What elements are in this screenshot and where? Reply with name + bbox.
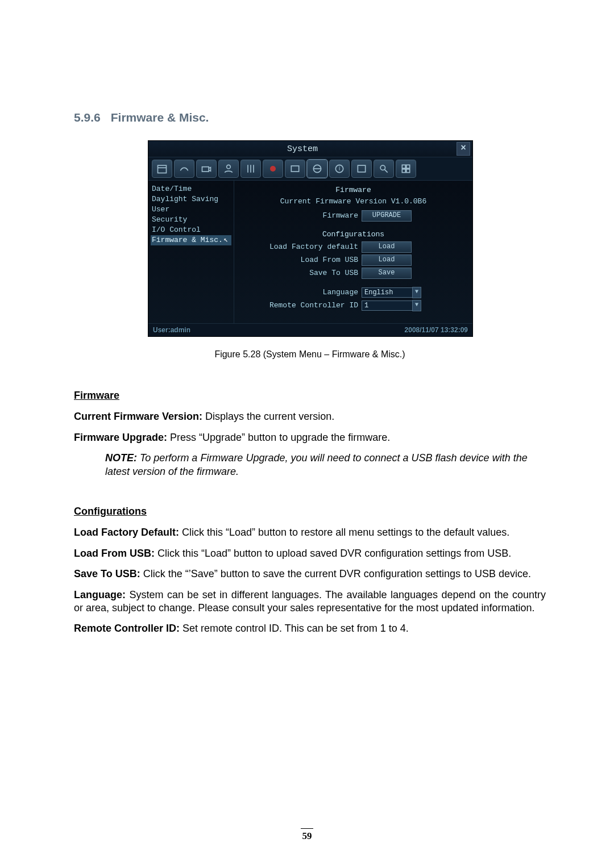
current-firmware-version: Current Firmware Version V1.0.0B6 xyxy=(239,197,468,207)
firmware-group-title: Firmware xyxy=(239,185,468,195)
settings-panel: Firmware Current Firmware Version V1.0.0… xyxy=(234,181,472,323)
svg-point-3 xyxy=(227,165,231,169)
remote-controller-id-label: Remote Controller ID xyxy=(239,301,362,311)
info-icon[interactable]: i xyxy=(329,160,350,178)
svg-rect-13 xyxy=(358,165,365,172)
schedule-icon[interactable] xyxy=(351,160,372,178)
load-from-usb-label: Load From USB xyxy=(239,255,362,265)
alarm-icon[interactable] xyxy=(285,160,305,178)
load-from-usb-paragraph: Load From USB: Click this “Load” button … xyxy=(74,547,546,560)
firmware-upgrade-paragraph: Firmware Upgrade: Press “Upgrade” button… xyxy=(74,431,546,444)
language-lead: Language: xyxy=(74,589,126,600)
save-to-usb-text: Click the “’Save” button to save the cur… xyxy=(140,568,531,579)
nav-security[interactable]: Security xyxy=(151,215,231,225)
svg-rect-0 xyxy=(158,165,167,173)
load-factory-default-label: Load Factory default xyxy=(239,242,362,252)
figure-caption: Figure 5.28 (System Menu – Firmware & Mi… xyxy=(74,349,546,360)
load-from-usb-text: Click this “Load” button to upload saved… xyxy=(155,548,511,559)
nav-firmware-misc[interactable]: Firmware & Misc. ↖ xyxy=(151,235,231,245)
svg-point-14 xyxy=(380,165,385,170)
language-paragraph: Language: System can be set in different… xyxy=(74,589,546,615)
save-to-usb-lead: Save To USB: xyxy=(74,568,140,579)
footer-rule xyxy=(301,828,313,829)
save-to-usb-button[interactable]: Save xyxy=(362,268,412,279)
firmware-heading: Firmware xyxy=(74,389,546,402)
remote-controller-id-lead: Remote Controller ID: xyxy=(74,623,180,634)
load-from-usb-lead: Load From USB: xyxy=(74,548,155,559)
load-factory-default-lead: Load Factory Default: xyxy=(74,527,179,538)
camera-icon[interactable] xyxy=(196,160,217,178)
load-factory-default-button[interactable]: Load xyxy=(362,241,412,253)
toolbar: i xyxy=(148,157,472,181)
current-firmware-version-text: Displays the current version. xyxy=(202,411,334,422)
chevron-down-icon[interactable]: ▼ xyxy=(412,287,421,298)
note-paragraph: NOTE: To perform a Firmware Upgrade, you… xyxy=(74,452,546,478)
configurations-heading: Configurations xyxy=(74,505,546,518)
svg-point-7 xyxy=(270,166,276,172)
svg-rect-19 xyxy=(406,169,410,173)
paint-icon[interactable] xyxy=(174,160,194,178)
load-factory-default-paragraph: Load Factory Default: Click this “Load” … xyxy=(74,526,546,539)
user-icon[interactable] xyxy=(218,160,239,178)
language-label: Language xyxy=(239,287,362,298)
load-from-usb-button[interactable]: Load xyxy=(362,254,412,266)
grid-icon[interactable] xyxy=(396,160,416,178)
nav-user[interactable]: User xyxy=(151,205,231,215)
firmware-upgrade-lead: Firmware Upgrade: xyxy=(74,432,167,443)
section-title: Firmware & Misc. xyxy=(111,111,209,124)
svg-rect-2 xyxy=(202,167,209,172)
record-icon[interactable] xyxy=(263,160,283,178)
upgrade-button[interactable]: UPGRADE xyxy=(362,210,412,222)
language-text: System can be set in different languages… xyxy=(74,589,546,614)
svg-rect-18 xyxy=(402,169,405,173)
section-number: 5.9.6 xyxy=(74,111,101,124)
cursor-icon: ↖ xyxy=(223,235,230,245)
note-lead: NOTE: xyxy=(105,452,137,464)
svg-line-15 xyxy=(385,170,388,173)
current-firmware-version-paragraph: Current Firmware Version: Displays the c… xyxy=(74,410,546,423)
svg-rect-8 xyxy=(291,166,298,172)
save-to-usb-paragraph: Save To USB: Click the “’Save” button to… xyxy=(74,567,546,581)
note-text: To perform a Firmware Upgrade, you will … xyxy=(105,452,528,477)
close-button[interactable]: × xyxy=(457,142,470,156)
load-factory-default-text: Click this “Load” button to restore all … xyxy=(179,527,509,538)
firmware-upgrade-text: Press “Upgrade” button to upgrade the fi… xyxy=(167,432,390,443)
nav-firmware-misc-label: Firmware & Misc. xyxy=(152,235,223,245)
window-title: System xyxy=(148,145,457,153)
side-nav: Date/Time Daylight Saving User Security … xyxy=(148,181,234,323)
chevron-down-icon[interactable]: ▼ xyxy=(412,300,421,311)
calendar-icon[interactable] xyxy=(152,160,172,178)
nav-io-control[interactable]: I/O Control xyxy=(151,225,231,235)
status-user: User:admin xyxy=(153,327,190,333)
page-footer: 59 xyxy=(0,828,614,841)
nav-daylight-saving[interactable]: Daylight Saving xyxy=(151,194,231,205)
firmware-label: Firmware xyxy=(239,211,362,221)
remote-controller-id-paragraph: Remote Controller ID: Set remote control… xyxy=(74,622,546,635)
remote-controller-id-text: Set remote control ID. This can be set f… xyxy=(180,623,409,634)
remote-controller-id-select[interactable]: 1 xyxy=(362,301,413,311)
sliders-icon[interactable] xyxy=(240,160,261,178)
page-number: 59 xyxy=(0,831,614,841)
save-to-usb-label: Save To USB xyxy=(239,268,362,278)
network-icon[interactable] xyxy=(307,160,327,178)
status-datetime: 2008/11/07 13:32:09 xyxy=(405,327,468,333)
svg-rect-17 xyxy=(406,165,410,168)
language-select[interactable]: English xyxy=(362,287,413,298)
svg-rect-16 xyxy=(402,165,405,168)
svg-text:i: i xyxy=(339,165,340,172)
section-heading: 5.9.6Firmware & Misc. xyxy=(74,111,546,124)
dvr-screenshot: System × i Date/Time Dayli xyxy=(148,140,472,337)
configurations-group-title: Configurations xyxy=(239,229,468,240)
nav-date-time[interactable]: Date/Time xyxy=(151,184,231,194)
search-icon[interactable] xyxy=(374,160,394,178)
current-firmware-version-lead: Current Firmware Version: xyxy=(74,411,202,422)
